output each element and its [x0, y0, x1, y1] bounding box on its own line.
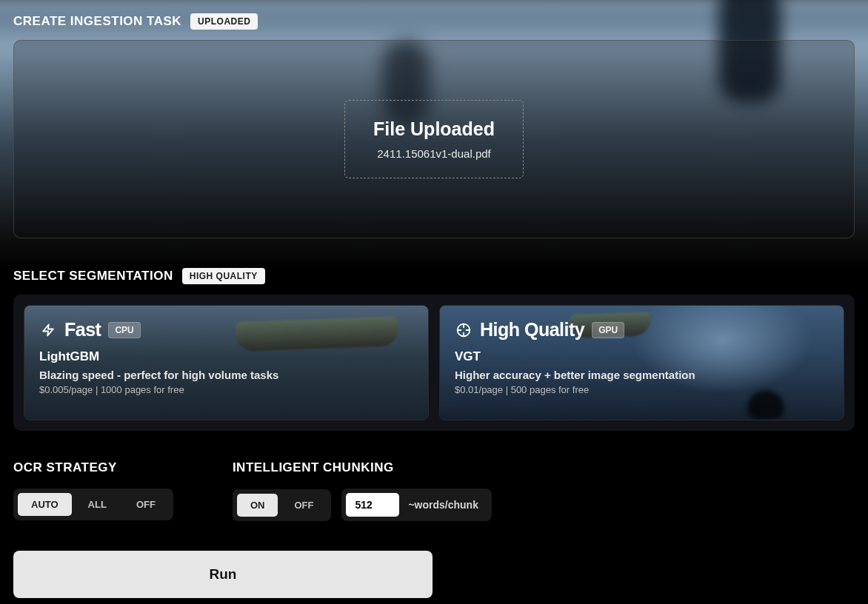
segmentation-fast-title: Fast — [64, 319, 101, 340]
segmentation-hq-price: $0.01/page | 500 pages for free — [455, 384, 829, 395]
run-button[interactable]: Run — [13, 551, 433, 598]
chunk-size-wrap: ~words/chunk — [341, 489, 492, 521]
segmentation-panel: Fast CPU LightGBM Blazing speed - perfec… — [13, 295, 855, 431]
ocr-option-off[interactable]: OFF — [123, 493, 169, 516]
upload-filename: 2411.15061v1-dual.pdf — [373, 147, 495, 160]
segmentation-badge: HIGH QUALITY — [182, 268, 265, 284]
segmentation-fast-description: Blazing speed - perfect for high volume … — [39, 369, 413, 381]
gpu-chip: GPU — [592, 322, 624, 338]
segmentation-card-high-quality[interactable]: High Quality GPU VGT Higher accuracy + b… — [439, 305, 844, 420]
create-title: CREATE INGESTION TASK — [13, 14, 181, 29]
svg-marker-0 — [43, 324, 53, 335]
ocr-title: OCR STRATEGY — [13, 460, 173, 475]
target-icon — [455, 321, 473, 339]
create-header: CREATE INGESTION TASK UPLOADED — [13, 13, 855, 30]
chunking-group: INTELLIGENT CHUNKING ON OFF ~words/chunk — [233, 460, 492, 521]
chunking-option-on[interactable]: ON — [237, 494, 278, 517]
segmentation-title: SELECT SEGMENTATION — [13, 269, 173, 283]
segmentation-card-fast[interactable]: Fast CPU LightGBM Blazing speed - perfec… — [24, 305, 429, 420]
segmentation-hq-subtitle: VGT — [455, 349, 829, 364]
chunking-toggle: ON OFF — [233, 489, 332, 521]
cpu-chip: CPU — [108, 322, 140, 338]
upload-drop-zone[interactable]: File Uploaded 2411.15061v1-dual.pdf — [344, 100, 524, 178]
ocr-toggle: AUTO ALL OFF — [13, 489, 173, 520]
chunking-title: INTELLIGENT CHUNKING — [233, 460, 492, 475]
chunk-size-input[interactable] — [346, 493, 399, 517]
lightning-icon — [39, 321, 57, 339]
segmentation-fast-subtitle: LightGBM — [39, 349, 413, 364]
ocr-strategy-group: OCR STRATEGY AUTO ALL OFF — [13, 460, 173, 521]
ocr-option-auto[interactable]: AUTO — [18, 493, 72, 516]
upload-panel[interactable]: File Uploaded 2411.15061v1-dual.pdf — [13, 40, 855, 238]
uploaded-badge: UPLOADED — [190, 13, 258, 30]
ocr-option-all[interactable]: ALL — [75, 493, 120, 516]
segmentation-hq-description: Higher accuracy + better image segmentat… — [455, 369, 829, 381]
upload-heading: File Uploaded — [373, 118, 495, 140]
chunk-size-suffix: ~words/chunk — [408, 499, 487, 511]
segmentation-hq-title: High Quality — [480, 319, 584, 340]
chunking-option-off[interactable]: OFF — [281, 494, 327, 517]
segmentation-fast-price: $0.005/page | 1000 pages for free — [39, 384, 413, 395]
segmentation-header: SELECT SEGMENTATION HIGH QUALITY — [13, 268, 855, 284]
